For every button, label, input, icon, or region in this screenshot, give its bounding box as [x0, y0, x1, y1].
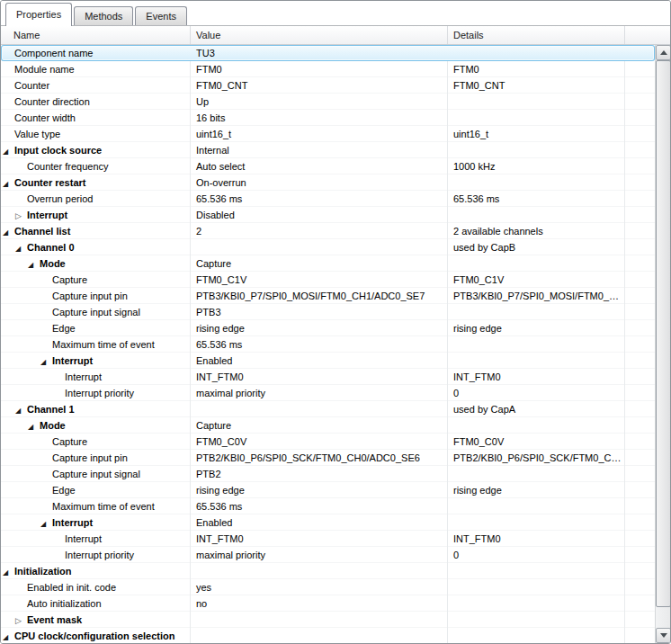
property-row[interactable]: CaptureFTM0_C1VFTM0_C1V	[1, 272, 655, 288]
property-value[interactable]: Internal	[191, 142, 448, 158]
property-value[interactable]: no	[191, 595, 448, 612]
expanded-arrow-icon[interactable]: ◢	[3, 144, 14, 158]
property-name: Counter frequency	[27, 161, 109, 172]
expanded-arrow-icon[interactable]: ◢	[28, 419, 40, 434]
expanded-arrow-icon[interactable]: ◢	[40, 354, 52, 369]
property-value[interactable]	[191, 563, 448, 579]
property-row[interactable]: Overrun period65.536 ms65.536 ms	[1, 191, 655, 207]
property-row[interactable]: ◢CPU clock/configuration selection	[1, 628, 655, 643]
property-value[interactable]: On-overrun	[191, 174, 448, 191]
expanded-arrow-icon[interactable]: ◢	[3, 225, 14, 239]
property-row[interactable]: InterruptINT_FTM0INT_FTM0	[1, 531, 655, 547]
property-row[interactable]: Interrupt prioritymaximal priority0	[1, 547, 655, 563]
property-row[interactable]: Maximum time of event65.536 ms	[1, 336, 655, 353]
property-row[interactable]: ◢ModeCapture	[1, 255, 655, 272]
property-value[interactable]: FTM0_C1V	[191, 272, 448, 288]
property-value[interactable]	[191, 401, 448, 417]
property-value[interactable]: Capture	[191, 417, 448, 434]
property-row[interactable]: Capture input pinPTB3/KBI0_P7/SPI0_MOSI/…	[1, 288, 655, 304]
property-row[interactable]: Module nameFTM0FTM0	[1, 61, 655, 77]
vertical-scrollbar[interactable]	[655, 45, 670, 643]
property-value[interactable]: 16 bits	[191, 110, 448, 126]
property-row[interactable]: ◢ModeCapture	[1, 417, 655, 434]
property-value[interactable]: maximal priority	[191, 385, 448, 401]
property-value[interactable]: rising edge	[191, 320, 448, 336]
property-row[interactable]: Interrupt prioritymaximal priority0	[1, 385, 655, 401]
property-value[interactable]: FTM0_C0V	[191, 434, 448, 450]
property-row[interactable]: InterruptINT_FTM0INT_FTM0	[1, 369, 655, 385]
column-header-value[interactable]: Value	[191, 26, 448, 44]
property-row[interactable]: Component nameTU3	[1, 45, 655, 61]
property-value[interactable]: uint16_t	[191, 126, 448, 142]
property-row[interactable]: Counter frequencyAuto select1000 kHz	[1, 158, 655, 174]
tab-methods[interactable]: Methods	[74, 6, 133, 25]
expanded-arrow-icon[interactable]: ◢	[15, 403, 27, 417]
property-row[interactable]: ◢Input clock sourceInternal	[1, 142, 655, 158]
property-value[interactable]: 65.536 ms	[191, 498, 448, 514]
tab-events[interactable]: Events	[135, 6, 187, 25]
property-row[interactable]: ◢Channel 1used by CapA	[1, 401, 655, 417]
property-value[interactable]	[191, 628, 448, 643]
property-value[interactable]	[191, 612, 448, 628]
property-row[interactable]: Maximum time of event65.536 ms	[1, 498, 655, 514]
property-value[interactable]: Disabled	[191, 207, 448, 223]
property-value[interactable]: Enabled	[191, 514, 448, 531]
row-name-cell: Capture	[1, 434, 191, 450]
expanded-arrow-icon[interactable]: ◢	[28, 257, 40, 272]
property-row[interactable]: ▷Event mask	[1, 612, 655, 628]
property-value[interactable]: 65.536 ms	[191, 336, 448, 353]
expanded-arrow-icon[interactable]: ◢	[15, 241, 27, 255]
property-value[interactable]: Enabled	[191, 353, 448, 369]
property-row[interactable]: Edgerising edgerising edge	[1, 482, 655, 498]
column-header-name[interactable]: Name	[1, 26, 191, 44]
expanded-arrow-icon[interactable]: ◢	[40, 516, 52, 531]
row-filler	[625, 110, 655, 126]
property-value[interactable]: Capture	[191, 255, 448, 272]
property-row[interactable]: Capture input pinPTB2/KBI0_P6/SPI0_SCK/F…	[1, 450, 655, 466]
property-row[interactable]: CaptureFTM0_C0VFTM0_C0V	[1, 434, 655, 450]
property-value[interactable]: 2	[191, 223, 448, 239]
expanded-arrow-icon[interactable]: ◢	[3, 176, 14, 191]
property-value[interactable]: PTB3	[191, 304, 448, 320]
scroll-down-button[interactable]	[656, 628, 671, 643]
property-value[interactable]: PTB2/KBI0_P6/SPI0_SCK/FTM0_CH0/ADC0_SE6	[191, 450, 448, 466]
property-value[interactable]: yes	[191, 579, 448, 595]
property-row[interactable]: Enabled in init. codeyes	[1, 579, 655, 595]
property-value[interactable]: TU3	[191, 45, 448, 61]
property-row[interactable]: ◢Initialization	[1, 563, 655, 579]
expanded-arrow-icon[interactable]: ◢	[3, 565, 14, 579]
property-row[interactable]: Edgerising edgerising edge	[1, 320, 655, 336]
property-value[interactable]: 65.536 ms	[191, 191, 448, 207]
property-value[interactable]: Auto select	[191, 158, 448, 174]
property-value[interactable]: INT_FTM0	[191, 369, 448, 385]
property-row[interactable]: ◢Channel list22 available channels	[1, 223, 655, 239]
property-value[interactable]: FTM0	[191, 61, 448, 77]
property-value[interactable]: PTB3/KBI0_P7/SPI0_MOSI/FTM0_CH1/ADC0_SE7	[191, 288, 448, 304]
property-row[interactable]: Capture input signalPTB3	[1, 304, 655, 320]
property-value[interactable]	[191, 239, 448, 255]
property-row[interactable]: ◢InterruptEnabled	[1, 353, 655, 369]
collapsed-arrow-icon[interactable]: ▷	[15, 613, 27, 628]
column-header-details[interactable]: Details	[448, 26, 625, 44]
property-row[interactable]: CounterFTM0_CNTFTM0_CNT	[1, 77, 655, 94]
property-row[interactable]: ◢Channel 0used by CapB	[1, 239, 655, 255]
property-value[interactable]: INT_FTM0	[191, 531, 448, 547]
property-value[interactable]: maximal priority	[191, 547, 448, 563]
scroll-up-button[interactable]	[656, 45, 671, 60]
property-row[interactable]: Counter width16 bits	[1, 110, 655, 126]
tab-properties[interactable]: Properties	[5, 3, 72, 26]
property-value[interactable]: PTB2	[191, 466, 448, 482]
property-row[interactable]: Value typeuint16_tuint16_t	[1, 126, 655, 142]
property-row[interactable]: ◢InterruptEnabled	[1, 514, 655, 531]
property-value[interactable]: rising edge	[191, 482, 448, 498]
scrollbar-thumb[interactable]	[656, 60, 671, 607]
property-value[interactable]: Up	[191, 94, 448, 110]
property-row[interactable]: ◢Counter restartOn-overrun	[1, 174, 655, 191]
property-row[interactable]: Capture input signalPTB2	[1, 466, 655, 482]
property-row[interactable]: Counter directionUp	[1, 94, 655, 110]
property-row[interactable]: Auto initializationno	[1, 595, 655, 612]
property-row[interactable]: ▷InterruptDisabled	[1, 207, 655, 223]
expanded-arrow-icon[interactable]: ◢	[3, 630, 14, 643]
property-value[interactable]: FTM0_CNT	[191, 77, 448, 94]
collapsed-arrow-icon[interactable]: ▷	[15, 208, 27, 223]
